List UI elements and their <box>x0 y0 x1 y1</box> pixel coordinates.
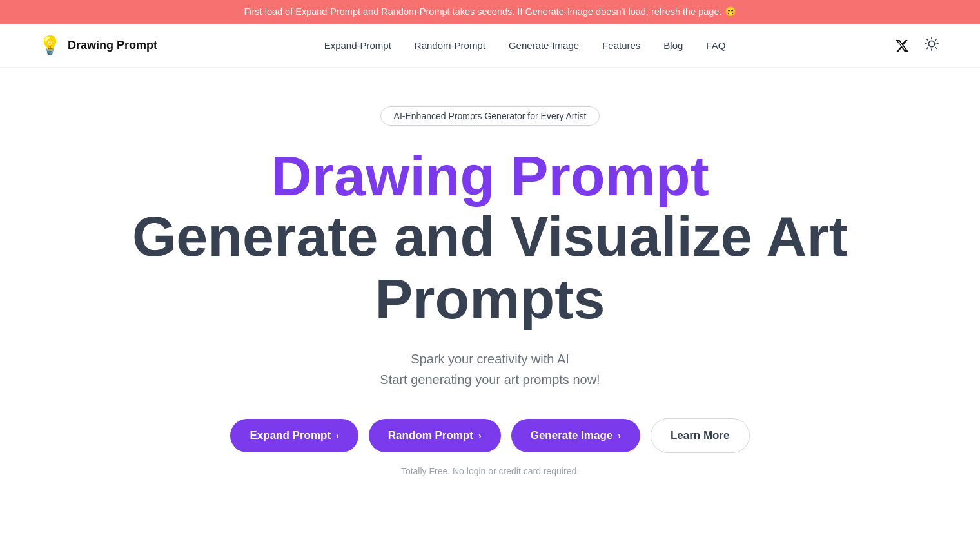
nav-expand-prompt[interactable]: Expand-Prompt <box>324 40 391 51</box>
svg-line-8 <box>936 39 936 40</box>
generate-image-button[interactable]: Generate Image › <box>511 419 640 452</box>
nav-faq[interactable]: FAQ <box>706 40 725 51</box>
nav-features[interactable]: Features <box>602 40 640 51</box>
generate-image-chevron: › <box>618 430 621 441</box>
brand-logo[interactable]: 💡 Drawing Prompt <box>39 35 157 56</box>
banner-text: First load of Expand-Prompt and Random-P… <box>244 6 721 17</box>
random-prompt-button[interactable]: Random Prompt › <box>369 419 501 452</box>
navbar: 💡 Drawing Prompt Expand-Prompt Random-Pr… <box>0 24 980 68</box>
hero-free-text: Totally Free. No login or credit card re… <box>401 466 579 476</box>
theme-toggle-button[interactable] <box>922 34 941 57</box>
learn-more-label: Learn More <box>671 429 730 442</box>
announcement-banner: First load of Expand-Prompt and Random-P… <box>0 0 980 24</box>
nav-generate-image[interactable]: Generate-Image <box>509 40 579 51</box>
banner-emoji: 😊 <box>725 6 736 17</box>
brand-icon: 💡 <box>39 35 61 56</box>
hero-title-purple: Drawing Prompt <box>271 146 709 206</box>
expand-prompt-chevron: › <box>336 430 339 441</box>
nav-blog[interactable]: Blog <box>663 40 683 51</box>
random-prompt-label: Random Prompt <box>388 429 473 442</box>
svg-line-7 <box>927 48 928 48</box>
twitter-x-icon <box>895 39 909 53</box>
twitter-x-button[interactable] <box>892 36 912 55</box>
hero-subtitle-line1: Spark your creativity with AI <box>411 352 569 366</box>
nav-links: Expand-Prompt Random-Prompt Generate-Ima… <box>324 40 726 52</box>
hero-badge: AI-Enhanced Prompts Generator for Every … <box>380 106 600 126</box>
sun-icon <box>925 37 939 54</box>
expand-prompt-button[interactable]: Expand Prompt › <box>230 419 358 452</box>
nav-random-prompt[interactable]: Random-Prompt <box>415 40 485 51</box>
nav-icons <box>892 34 941 57</box>
hero-subtitle-line2: Start generating your art prompts now! <box>380 372 600 387</box>
generate-image-label: Generate Image <box>531 429 613 442</box>
hero-title-dark: Generate and Visualize Art Prompts <box>26 206 954 331</box>
svg-line-4 <box>936 48 936 48</box>
hero-section: AI-Enhanced Prompts Generator for Every … <box>0 68 980 502</box>
hero-buttons: Expand Prompt › Random Prompt › Generate… <box>230 418 749 453</box>
random-prompt-chevron: › <box>478 430 482 441</box>
svg-line-3 <box>927 39 928 40</box>
learn-more-button[interactable]: Learn More <box>651 418 750 453</box>
svg-point-0 <box>928 41 934 46</box>
hero-subtitle: Spark your creativity with AI Start gene… <box>380 349 600 390</box>
expand-prompt-label: Expand Prompt <box>250 429 331 442</box>
brand-name: Drawing Prompt <box>68 39 157 52</box>
